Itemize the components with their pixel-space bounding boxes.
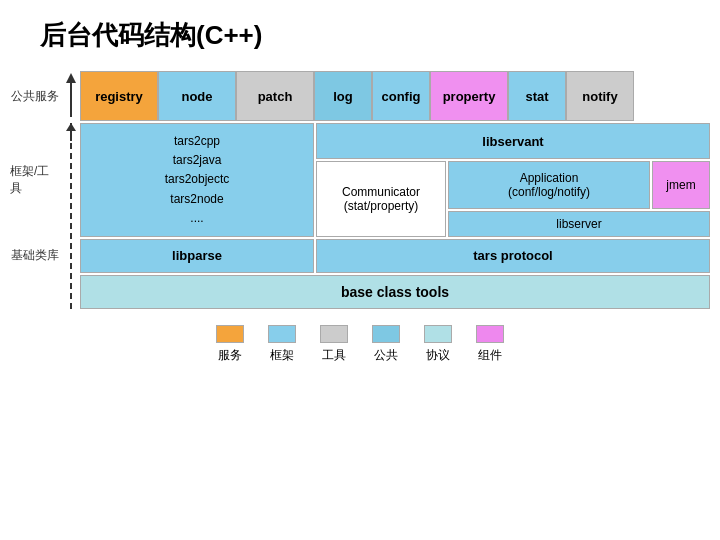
svg-marker-3 [66, 123, 76, 131]
tars2-dots: .... [190, 209, 203, 228]
app-jmem-col: Application(conf/log/notify) jmem libser… [448, 161, 710, 237]
legend-protocol-color [424, 325, 452, 343]
right-middle: libservant Communicator(stat/property) A… [316, 123, 710, 237]
gongong-arrow-icon [65, 73, 77, 119]
gongong-label: 公共服务 [10, 71, 62, 121]
legend-component-label: 组件 [478, 347, 502, 364]
notify-box: notify [566, 71, 634, 121]
page-title: 后台代码结构(C++) [0, 0, 720, 63]
services-row: registry node patch log config property … [80, 71, 710, 121]
log-box: log [314, 71, 372, 121]
legend-public: 公共 [372, 325, 400, 364]
jmem-box: jmem [652, 161, 710, 209]
tars2java: tars2java [173, 151, 222, 170]
legend-tool: 工具 [320, 325, 348, 364]
legend-row: 服务 框架 工具 公共 协议 组件 [0, 325, 720, 364]
tars2-block: tars2cpp tars2java tars2objectc tars2nod… [80, 123, 314, 237]
tars2node: tars2node [170, 190, 223, 209]
tars2cpp: tars2cpp [174, 132, 220, 151]
svg-marker-1 [66, 73, 76, 83]
legend-framework-label: 框架 [270, 347, 294, 364]
legend-public-color [372, 325, 400, 343]
dashed-line [70, 123, 72, 309]
node-box: node [158, 71, 236, 121]
legend-framework-color [268, 325, 296, 343]
libservant-box: libservant [316, 123, 710, 159]
patch-box: patch [236, 71, 314, 121]
legend-service-color [216, 325, 244, 343]
libserver-box: libserver [448, 211, 710, 237]
jiajia-arrow-icon [65, 123, 77, 143]
middle-section: tars2cpp tars2java tars2objectc tars2nod… [80, 123, 710, 237]
jiajia-label: 框架/工具 [10, 123, 62, 237]
property-box: property [430, 71, 508, 121]
application-box: Application(conf/log/notify) [448, 161, 650, 209]
legend-tool-color [320, 325, 348, 343]
base-class-row: base class tools [80, 275, 710, 309]
tars-protocol-box: tars protocol [316, 239, 710, 273]
stat-box: stat [508, 71, 566, 121]
registry-box: registry [80, 71, 158, 121]
communicator-text: Communicator(stat/property) [342, 185, 420, 213]
legend-framework: 框架 [268, 325, 296, 364]
legend-public-label: 公共 [374, 347, 398, 364]
legend-tool-label: 工具 [322, 347, 346, 364]
legend-component-color [476, 325, 504, 343]
libparse-box: libparse [80, 239, 314, 273]
legend-component: 组件 [476, 325, 504, 364]
config-box: config [372, 71, 430, 121]
legend-service-label: 服务 [218, 347, 242, 364]
legend-protocol: 协议 [424, 325, 452, 364]
application-text: Application(conf/log/notify) [508, 171, 590, 199]
legend-service: 服务 [216, 325, 244, 364]
libparse-row: libparse tars protocol [80, 239, 710, 273]
legend-protocol-label: 协议 [426, 347, 450, 364]
jichuleiiku-label: 基础类库 [10, 239, 62, 273]
tars2objectc: tars2objectc [165, 170, 230, 189]
communicator-box: Communicator(stat/property) [316, 161, 446, 237]
